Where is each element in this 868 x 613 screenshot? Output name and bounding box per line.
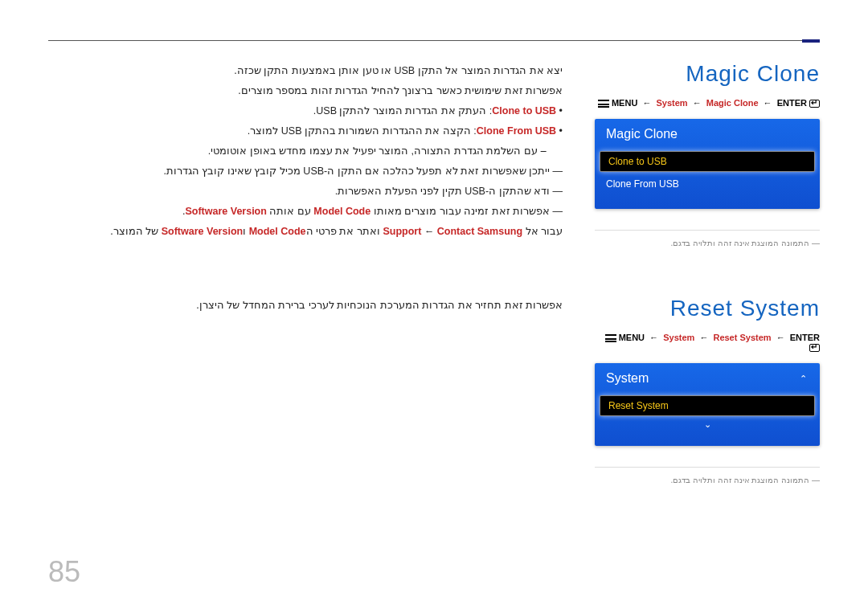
osd-title: Magic Clone — [595, 119, 820, 149]
reset-system-body: אפשרות זאת תחזיר את הגדרות המערכת הנוכחי… — [48, 296, 563, 484]
osd-selected-reset-system[interactable]: Reset System — [600, 395, 815, 416]
model-code-label: Model Code — [313, 206, 371, 217]
rs-p1: אפשרות זאת תחזיר את הגדרות המערכת הנוכחי… — [48, 296, 563, 316]
breadcrumb-menu: MENU — [619, 333, 645, 342]
clone-to-usb-label: Clone to USB — [492, 105, 556, 116]
osd-item-clone-from-usb[interactable]: Clone From USB — [595, 174, 820, 194]
mc-note3: ― אפשרות זאת זמינה עבור מוצרים מאותו Mod… — [48, 202, 563, 222]
enter-icon — [809, 344, 820, 352]
mc-bullet1: • Clone to USB: העתק את הגדרות המוצר להת… — [48, 101, 563, 121]
reset-system-caption: התמונה המוצגת אינה זהה ותלויה בדגם. — [595, 467, 820, 484]
osd-selected-clone-to-usb[interactable]: Clone to USB — [600, 151, 815, 172]
mc-p1: יצא את הגדרות המוצר אל התקן USB או טען א… — [48, 61, 563, 81]
support-label: Support — [383, 226, 421, 237]
software-version-label: Software Version — [185, 206, 266, 217]
magic-clone-section: Magic Clone MENU ← System ← Magic Clone … — [48, 61, 820, 247]
magic-clone-title: Magic Clone — [595, 61, 820, 87]
chevron-up-icon[interactable]: ⌃ — [798, 372, 820, 386]
breadcrumb-enter: ENTER — [777, 98, 807, 108]
breadcrumb-reset-system: Reset System — [713, 333, 771, 342]
reset-system-section: Reset System MENU ← System ← Reset Syste… — [48, 296, 820, 484]
magic-clone-caption: התמונה המוצגת אינה זהה ותלויה בדגם. — [595, 230, 820, 247]
page-number: 85 — [48, 555, 80, 589]
menu-icon — [598, 100, 609, 108]
mc-note2: ― ודא שהתקן ה-USB תקין לפני הפעלת האפשרו… — [48, 182, 563, 202]
mc-sub1: ‒ עם השלמת הגדרת התצורה, המוצר יפעיל את … — [48, 141, 563, 161]
mc-p2: אפשרות זאת שימושית כאשר ברצונך להחיל הגד… — [48, 81, 563, 101]
breadcrumb-system: System — [656, 98, 687, 108]
enter-icon — [809, 100, 820, 108]
breadcrumb-magic-clone: Magic Clone — [706, 98, 759, 108]
breadcrumb-enter: ENTER — [790, 333, 820, 342]
clone-from-usb-label: Clone From USB — [477, 125, 556, 137]
contact-samsung-label: Contact Samsung — [437, 226, 522, 237]
reset-system-title: Reset System — [595, 296, 820, 321]
chevron-down-icon[interactable]: ⌄ — [595, 418, 820, 431]
mc-note1: ― ייתכן שאפשרות זאת לא תפעל כהלכה אם התק… — [48, 161, 563, 182]
mc-bullet2: • Clone From USB: הקצה את ההגדרות השמורו… — [48, 121, 563, 141]
magic-clone-osd: Magic Clone Clone to USB Clone From USB — [595, 119, 820, 209]
mc-note4: עבור אל Support ← Contact Samsung ואתר א… — [48, 222, 563, 242]
magic-clone-body: יצא את הגדרות המוצר אל התקן USB או טען א… — [48, 61, 563, 247]
osd-title-system: System — [595, 363, 798, 394]
breadcrumb-menu: MENU — [612, 98, 637, 108]
menu-icon — [605, 334, 616, 342]
reset-system-breadcrumb: MENU ← System ← Reset System ← ENTER — [595, 333, 820, 352]
breadcrumb-system: System — [663, 333, 694, 342]
magic-clone-breadcrumb: MENU ← System ← Magic Clone ← ENTER — [595, 98, 820, 108]
reset-system-osd: System ⌃ Reset System ⌄ — [595, 363, 820, 446]
